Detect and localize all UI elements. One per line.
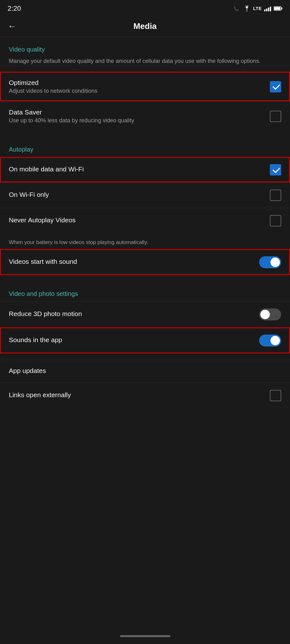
reduce-3d-title: Reduce 3D photo motion xyxy=(9,310,259,318)
other-section: App updates Links open externally xyxy=(0,360,290,408)
mobile-wifi-checkbox[interactable] xyxy=(270,164,281,175)
mobile-wifi-title: On mobile data and Wi-Fi xyxy=(9,165,270,173)
optimized-title: Optimized xyxy=(9,79,270,86)
app-updates-item[interactable]: App updates xyxy=(0,360,290,383)
links-external-item[interactable]: Links open externally xyxy=(0,383,290,408)
toggle-knob xyxy=(270,258,280,267)
phone-icon: 📞 xyxy=(234,6,241,11)
page-title: Media xyxy=(134,21,157,31)
sounds-app-toggle-knob xyxy=(270,336,280,345)
battery-icon xyxy=(274,6,282,11)
optimized-subtitle: Adjust videos to network conditions xyxy=(9,88,270,94)
data-saver-title: Data Saver xyxy=(9,108,270,116)
wifi-only-checkbox[interactable] xyxy=(270,190,281,201)
wifi-only-item[interactable]: On Wi-Fi only xyxy=(0,182,290,208)
signal-bars-icon xyxy=(264,6,271,11)
reduce-3d-item[interactable]: Reduce 3D photo motion xyxy=(0,301,290,327)
autoplay-header: Autoplay xyxy=(0,137,290,157)
reduce-3d-toggle-knob xyxy=(260,310,270,319)
video-quality-description: Manage your default video quality and th… xyxy=(0,57,290,72)
never-autoplay-title: Never Autoplay Videos xyxy=(9,216,270,224)
home-indicator xyxy=(120,635,170,637)
data-saver-checkbox[interactable] xyxy=(270,111,281,122)
video-photo-section: Video and photo settings Reduce 3D photo… xyxy=(0,281,290,353)
never-autoplay-checkbox[interactable] xyxy=(270,215,281,226)
reduce-3d-toggle[interactable] xyxy=(259,308,281,320)
links-external-checkbox[interactable] xyxy=(270,390,281,401)
links-external-title: Links open externally xyxy=(9,391,270,399)
sounds-app-toggle[interactable] xyxy=(259,335,281,347)
video-photo-header: Video and photo settings xyxy=(0,281,290,301)
wifi-icon xyxy=(243,6,251,11)
app-updates-title: App updates xyxy=(9,367,281,375)
autoplay-note: When your battery is low videos stop pla… xyxy=(0,233,290,249)
autoplay-section: Autoplay On mobile data and Wi-Fi On Wi-… xyxy=(0,137,290,275)
video-quality-header: Video quality xyxy=(0,37,290,57)
header: ← Media xyxy=(0,16,290,37)
data-saver-subtitle: Use up to 40% less data by reducing vide… xyxy=(9,117,270,124)
sounds-app-title: Sounds in the app xyxy=(9,336,259,344)
video-quality-section: Video quality Manage your default video … xyxy=(0,37,290,131)
optimized-checkbox[interactable] xyxy=(270,81,281,92)
status-bar: 2:20 📞 LTE xyxy=(0,0,290,16)
status-time: 2:20 xyxy=(8,4,21,13)
mobile-wifi-item[interactable]: On mobile data and Wi-Fi xyxy=(0,157,290,182)
videos-start-sound-toggle[interactable] xyxy=(259,256,281,268)
svg-text:📞: 📞 xyxy=(234,6,239,11)
lte-badge: LTE xyxy=(253,6,262,11)
settings-content: Video quality Manage your default video … xyxy=(0,37,290,408)
svg-rect-4 xyxy=(281,8,282,9)
videos-start-sound-title: Videos start with sound xyxy=(9,258,259,265)
status-icons: 📞 LTE xyxy=(234,6,282,11)
videos-start-sound-item[interactable]: Videos start with sound xyxy=(0,249,290,275)
wifi-only-title: On Wi-Fi only xyxy=(9,191,270,198)
optimized-item[interactable]: Optimized Adjust videos to network condi… xyxy=(0,72,290,101)
svg-rect-3 xyxy=(274,7,281,10)
never-autoplay-item[interactable]: Never Autoplay Videos xyxy=(0,208,290,233)
svg-point-1 xyxy=(247,11,247,12)
data-saver-item[interactable]: Data Saver Use up to 40% less data by re… xyxy=(0,101,290,131)
bottom-bar xyxy=(0,628,290,644)
back-button[interactable]: ← xyxy=(8,21,16,31)
sounds-app-item[interactable]: Sounds in the app xyxy=(0,327,290,353)
